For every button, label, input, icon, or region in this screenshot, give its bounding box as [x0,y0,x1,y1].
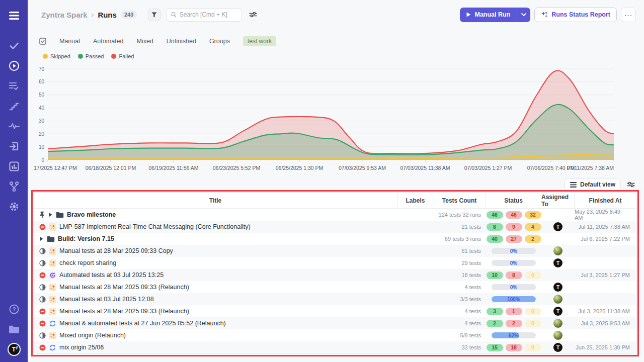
stopped-status-icon [39,320,46,327]
runs-play-icon[interactable] [6,57,23,74]
tests-count: 18 tests [433,269,486,281]
assignee-avatar[interactable] [553,319,562,328]
tab-automated[interactable]: Automated [93,38,123,45]
run-title[interactable]: Automated tests at 03 Jul 2025 13:25 [59,272,164,279]
svg-text:50: 50 [39,92,45,98]
column-header-labels[interactable]: Labels [398,193,433,208]
run-title[interactable]: mix origin 25/06 [59,344,104,351]
status-badge-passed: 10 [487,272,503,279]
run-title[interactable]: check report sharing [59,259,116,266]
labels-cell [398,245,433,257]
tests-count: 21 tests [433,221,486,233]
tab-mixed[interactable]: Mixed [136,38,153,45]
view-settings-icon[interactable] [627,181,635,188]
tab-groups[interactable]: Groups [209,38,230,45]
status-cell: 0% [486,281,541,293]
table-row[interactable]: Manual tests at 03 Jul 2025 12:083/3 tes… [33,293,636,305]
table-row[interactable]: LMP-587 Implement Real-Time Chat Messagi… [33,221,636,233]
column-header-finished-at[interactable]: Finished At [575,193,636,208]
labels-cell [398,209,433,221]
reports-chart-icon[interactable] [6,158,23,175]
breadcrumb-project[interactable]: Zyntra Spark [41,11,88,19]
test-cases-icon[interactable] [6,77,23,95]
user-avatar[interactable]: T [8,343,21,356]
labels-cell [398,305,433,317]
table-row[interactable]: mix origin 25/0633 tests15180TJun 25, 20… [33,341,636,353]
svg-text:20: 20 [39,131,45,137]
run-title[interactable]: Manual tests at 28 Mar 2025 09:33 (Relau… [59,308,189,315]
default-view-button[interactable]: Default view [565,178,621,191]
assignee-avatar[interactable]: T [553,307,562,316]
table-row[interactable]: check report sharing29 tests0%T [33,257,636,269]
assignee-avatar[interactable]: T [553,343,562,352]
list-view-icon [570,182,577,188]
assignee-avatar[interactable]: T [553,258,562,267]
runs-status-report-button[interactable]: Runs Status Report [534,8,617,22]
more-actions-button[interactable]: ··· [621,8,636,22]
activity-pulse-icon[interactable] [6,118,23,135]
column-header-title[interactable]: Title [33,193,398,208]
manual-run-type-icon [49,223,56,231]
saved-filter-chip[interactable]: test work [243,36,276,46]
assignee-cell [541,293,575,305]
run-title[interactable]: Mixed origin (Relaunch) [59,332,126,339]
manual-run-button[interactable]: Manual Run [460,8,530,22]
svg-text:06/18/2025 12:01 PM: 06/18/2025 12:01 PM [86,165,136,171]
tasks-check-icon[interactable] [6,37,23,54]
chevron-right-icon [48,212,53,217]
manual-run-dropdown[interactable] [517,8,530,22]
table-row[interactable]: Build: Version 7.1569 tests 3 runs40272J… [33,233,636,245]
assignee-avatar[interactable] [553,246,562,255]
tab-unfinished[interactable]: Unfinished [167,38,196,45]
assignee-cell [541,329,575,341]
assignee-avatar[interactable]: T [553,222,562,231]
table-row[interactable]: Bravo milestone124 tests 32 runs464632Ma… [33,209,636,221]
assignee-avatar[interactable]: T [553,283,562,292]
search-box[interactable] [167,8,242,22]
expand-chevron-icon[interactable] [48,212,53,217]
stopped-status-icon [39,344,46,351]
table-row[interactable]: Manual tests at 28 Mar 2025 09:33 (Relau… [33,305,636,317]
runs-chart: 01020304050607017/2025 12:47 PM06/18/202… [33,63,619,174]
labels-cell [398,281,433,293]
settings-gear-icon[interactable] [6,198,23,215]
integrations-branch-icon[interactable] [6,178,23,195]
table-row[interactable]: Mixed origin (Relaunch)5/8 tests62% [33,329,636,341]
column-header-status[interactable]: Status [486,193,541,208]
run-title[interactable]: Manual tests at 03 Jul 2025 12:08 [59,296,154,303]
menu-icon[interactable] [6,7,23,24]
column-header-assigned-to[interactable]: Assigned To [541,193,575,208]
status-badge-failed: 46 [506,211,522,219]
help-icon[interactable]: ? [6,301,23,318]
table-row[interactable]: Manual tests at 28 Mar 2025 09:33 Copy61… [33,245,636,257]
run-title[interactable]: Manual tests at 28 Mar 2025 09:33 Copy [59,247,173,254]
run-title[interactable]: Build: Version 7.15 [58,235,114,242]
milestones-steps-icon[interactable] [6,98,23,115]
table-row[interactable]: Manual & automated tests at 27 Jun 2025 … [33,317,636,329]
stopped-status-icon [39,224,46,230]
run-title[interactable]: Manual tests at 28 Mar 2025 09:33 (Relau… [59,284,189,291]
tab-manual[interactable]: Manual [59,38,80,45]
legend-item-failed[interactable]: Failed [111,53,134,59]
assignee-avatar[interactable] [553,331,562,340]
search-input[interactable] [180,11,238,18]
assignee-avatar[interactable] [553,295,562,304]
run-title[interactable]: Bravo milestone [67,211,116,218]
table-row[interactable]: Automated tests at 03 Jul 2025 13:2518 t… [33,269,636,281]
finished-at [575,329,636,341]
run-title[interactable]: Manual & automated tests at 27 Jun 2025 … [59,320,226,327]
legend-dot [43,54,48,59]
filter-button[interactable] [148,9,160,21]
shared-steps-icon[interactable] [6,138,23,155]
expand-chevron-icon[interactable] [39,236,44,241]
run-title[interactable]: LMP-587 Implement Real-Time Chat Messagi… [59,223,251,230]
legend-item-skipped[interactable]: Skipped [43,53,70,59]
adjustments-icon[interactable] [249,11,257,18]
table-row[interactable]: Manual tests at 28 Mar 2025 09:33 (Relau… [33,281,636,293]
column-header-tests-count[interactable]: Tests Count [433,193,486,208]
select-runs-icon[interactable] [39,38,46,45]
legend-item-passed[interactable]: Passed [78,53,104,59]
projects-folder-icon[interactable] [6,321,23,338]
finished-at [575,281,636,293]
finished-at: Jul 3, 2025 1:27 PM [575,269,636,281]
